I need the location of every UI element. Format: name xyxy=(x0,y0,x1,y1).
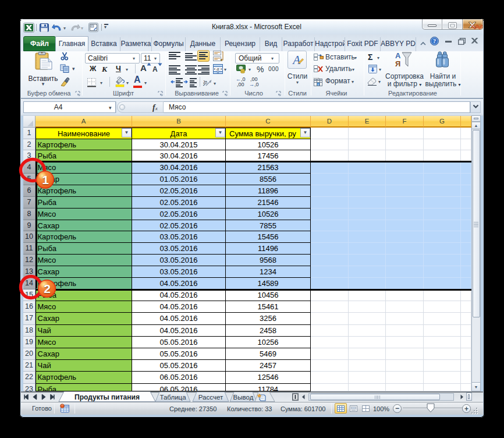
svg-text:А: А xyxy=(395,51,401,60)
svg-text:?: ? xyxy=(433,38,436,44)
svg-text:A: A xyxy=(292,53,300,67)
svg-text:ab: ab xyxy=(203,79,208,87)
svg-text:a: a xyxy=(216,66,219,72)
svg-text:Я: Я xyxy=(395,59,400,68)
